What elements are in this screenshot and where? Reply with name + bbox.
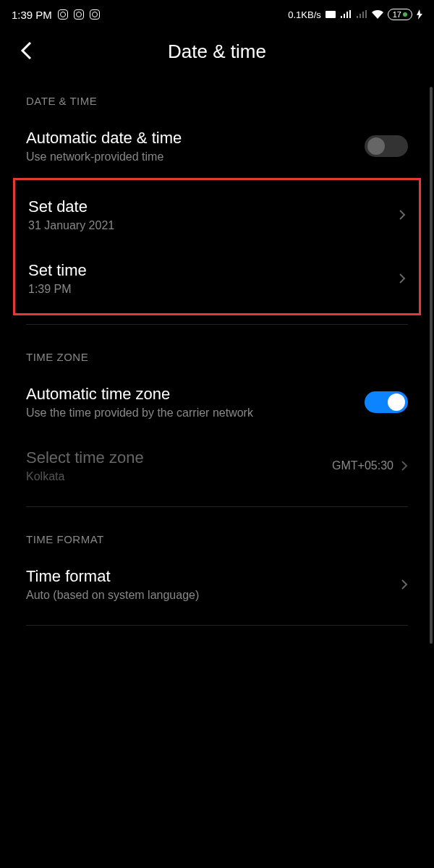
setting-right — [401, 579, 408, 590]
divider — [26, 324, 408, 325]
setting-subtitle: 31 January 2021 — [28, 219, 114, 232]
set-time-item[interactable]: Set time 1:39 PM — [15, 247, 419, 310]
divider — [26, 625, 408, 626]
section-header-datetime: DATE & TIME — [0, 77, 434, 114]
toggle-knob-icon — [367, 137, 385, 155]
status-left: 1:39 PM — [12, 9, 100, 21]
select-time-zone-item: Select time zone Kolkata GMT+05:30 — [0, 434, 434, 498]
timezone-value: GMT+05:30 — [332, 459, 393, 472]
setting-title: Automatic date & time — [26, 129, 182, 148]
automatic-time-zone-item[interactable]: Automatic time zone Use the time provide… — [0, 370, 434, 434]
chevron-right-icon — [401, 460, 408, 472]
toggle-knob-icon — [388, 393, 405, 411]
time-format-item[interactable]: Time format Auto (based on system langua… — [0, 553, 434, 616]
setting-subtitle: Use the time provided by the carrier net… — [26, 407, 253, 420]
setting-title: Set date — [28, 197, 114, 216]
setting-text: Automatic time zone Use the time provide… — [26, 385, 253, 420]
setting-subtitle: Kolkata — [26, 470, 144, 483]
chevron-left-icon — [20, 41, 32, 60]
scrollbar[interactable] — [430, 87, 433, 644]
setting-text: Set date 31 January 2021 — [28, 197, 114, 232]
setting-subtitle: Use network-provided time — [26, 150, 182, 163]
divider — [26, 506, 408, 507]
setting-text: Set time 1:39 PM — [28, 261, 87, 296]
automatic-date-time-item[interactable]: Automatic date & time Use network-provid… — [0, 114, 434, 178]
instagram-icon — [90, 9, 100, 20]
signal-icon-2 — [356, 10, 367, 19]
svg-rect-0 — [326, 11, 336, 18]
header: Date & time — [0, 29, 434, 77]
section-header-timeformat: TIME FORMAT — [0, 516, 434, 553]
set-date-item[interactable]: Set date 31 January 2021 — [15, 183, 419, 247]
battery-dot-icon — [403, 12, 407, 17]
highlight-annotation: Set date 31 January 2021 Set time 1:39 P… — [13, 178, 421, 315]
charging-icon — [417, 9, 422, 20]
setting-text: Select time zone Kolkata — [26, 448, 144, 483]
status-time: 1:39 PM — [12, 9, 52, 21]
setting-right — [399, 209, 406, 221]
volte-icon — [326, 11, 336, 18]
setting-text: Time format Auto (based on system langua… — [26, 567, 199, 602]
instagram-icon — [74, 9, 84, 20]
section-header-timezone: TIME ZONE — [0, 333, 434, 370]
setting-title: Automatic time zone — [26, 385, 253, 404]
status-bar: 1:39 PM 0.1KB/s 17 — [0, 0, 434, 29]
status-right: 0.1KB/s 17 — [288, 9, 422, 20]
setting-text: Automatic date & time Use network-provid… — [26, 129, 182, 163]
wifi-icon — [372, 10, 383, 19]
setting-title: Select time zone — [26, 448, 144, 467]
page-title: Date & time — [14, 41, 420, 63]
chevron-right-icon — [401, 579, 408, 590]
battery-indicator: 17 — [388, 9, 412, 20]
automatic-date-time-toggle[interactable] — [365, 135, 408, 157]
chevron-right-icon — [399, 209, 406, 221]
setting-title: Set time — [28, 261, 87, 280]
setting-subtitle: Auto (based on system language) — [26, 589, 199, 602]
chevron-right-icon — [399, 273, 406, 284]
automatic-time-zone-toggle[interactable] — [365, 391, 408, 413]
signal-icon — [340, 10, 352, 19]
setting-right — [399, 273, 406, 284]
battery-percent: 17 — [393, 10, 401, 19]
setting-subtitle: 1:39 PM — [28, 283, 87, 296]
data-rate: 0.1KB/s — [288, 9, 321, 20]
back-button[interactable] — [20, 41, 32, 63]
instagram-icon — [58, 9, 68, 20]
setting-title: Time format — [26, 567, 199, 586]
setting-right: GMT+05:30 — [332, 459, 408, 472]
